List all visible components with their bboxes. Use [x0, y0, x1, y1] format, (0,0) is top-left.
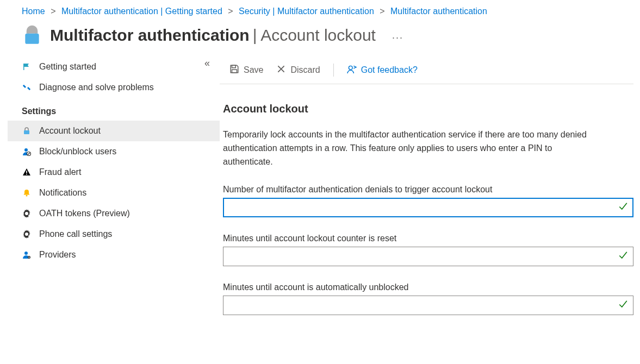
sidebar-item-label: Getting started [39, 62, 96, 72]
svg-rect-0 [25, 34, 39, 44]
sidebar-section-header: Settings [8, 98, 220, 121]
close-icon [276, 64, 286, 76]
section-description: Temporarily lock accounts in the multifa… [220, 128, 589, 168]
sidebar-item-label: OATH tokens (Preview) [39, 209, 130, 218]
breadcrumb-link[interactable]: Home [22, 7, 45, 16]
discard-label: Discard [290, 65, 320, 75]
svg-point-14 [349, 66, 352, 70]
bell-icon [22, 188, 32, 198]
breadcrumb-link[interactable]: Security | Multifactor authentication [239, 7, 374, 16]
feedback-button[interactable]: Got feedback? [341, 61, 423, 79]
discard-button[interactable]: Discard [271, 61, 325, 79]
svg-point-11 [29, 257, 30, 258]
form-field-denials: Number of multifactor authentication den… [220, 185, 633, 217]
gear-icon [22, 229, 32, 239]
svg-rect-6 [26, 171, 27, 173]
svg-point-9 [24, 252, 28, 255]
field-label: Minutes until account lockout counter is… [223, 234, 633, 243]
sidebar-item-diagnose[interactable]: Diagnose and solve problems [8, 77, 220, 98]
svg-rect-13 [232, 70, 237, 73]
field-label: Minutes until account is automatically u… [223, 283, 633, 292]
form-field-reset-minutes: Minutes until account lockout counter is… [220, 234, 633, 266]
sidebar-item-oath-tokens[interactable]: OATH tokens (Preview) [8, 203, 220, 224]
feedback-icon [347, 64, 357, 76]
warning-icon [22, 167, 32, 177]
collapse-sidebar-icon[interactable]: « [204, 58, 210, 69]
sidebar: « Getting started Diagnose and solve pro… [0, 57, 220, 315]
unblock-minutes-input[interactable] [223, 296, 633, 315]
more-button[interactable]: ··· [392, 32, 403, 43]
sidebar-item-providers[interactable]: Providers [8, 244, 220, 265]
sidebar-item-notifications[interactable]: Notifications [8, 183, 220, 203]
sidebar-item-label: Account lockout [39, 126, 101, 136]
svg-point-8 [26, 195, 28, 197]
flag-icon [22, 62, 32, 72]
breadcrumb: Home > Multifactor authentication | Gett… [0, 0, 640, 23]
save-button[interactable]: Save [224, 61, 269, 79]
save-icon [229, 64, 239, 76]
sidebar-item-label: Diagnose and solve problems [39, 83, 154, 92]
form-field-unblock-minutes: Minutes until account is automatically u… [220, 283, 633, 315]
chevron-right-icon: > [228, 7, 233, 16]
toolbar-separator [333, 64, 334, 77]
page-header: Multifactor authentication | Account loc… [0, 23, 640, 57]
lock-icon [22, 25, 42, 46]
chevron-right-icon: > [380, 7, 384, 16]
svg-rect-12 [232, 65, 236, 68]
sidebar-item-label: Providers [39, 250, 76, 260]
toolbar: Save Discard Got feedback? [220, 57, 633, 84]
page-subtitle: | Account lockout [253, 26, 376, 45]
field-label: Number of multifactor authentication den… [223, 185, 633, 194]
sidebar-item-account-lockout[interactable]: Account lockout [8, 121, 220, 141]
sidebar-item-phone-call[interactable]: Phone call settings [8, 224, 220, 244]
svg-rect-1 [23, 64, 24, 70]
svg-rect-2 [24, 130, 29, 134]
sidebar-item-fraud-alert[interactable]: Fraud alert [8, 162, 220, 183]
page-title: Multifactor authentication [50, 26, 250, 45]
main-content: Save Discard Got feedback? Account locko… [220, 57, 640, 315]
sidebar-item-getting-started[interactable]: Getting started [8, 57, 220, 77]
section-title: Account lockout [220, 103, 633, 115]
user-block-icon [22, 147, 32, 156]
gear-icon [22, 209, 32, 218]
denials-input[interactable] [223, 198, 633, 217]
sidebar-item-label: Fraud alert [39, 167, 81, 177]
sidebar-item-label: Block/unblock users [39, 147, 116, 156]
breadcrumb-link[interactable]: Multifactor authentication | Getting sta… [61, 7, 222, 16]
chevron-right-icon: > [51, 7, 55, 16]
sidebar-item-label: Notifications [39, 188, 86, 198]
reset-minutes-input[interactable] [223, 247, 633, 266]
wrench-icon [22, 83, 32, 92]
user-gear-icon [22, 250, 32, 260]
sidebar-item-block-unblock[interactable]: Block/unblock users [8, 141, 220, 162]
save-label: Save [244, 65, 263, 75]
lock-icon [22, 126, 32, 136]
feedback-label: Got feedback? [361, 65, 418, 75]
sidebar-item-label: Phone call settings [39, 229, 112, 239]
breadcrumb-link[interactable]: Multifactor authentication [390, 7, 487, 16]
svg-rect-7 [26, 174, 27, 175]
svg-point-3 [24, 148, 28, 152]
